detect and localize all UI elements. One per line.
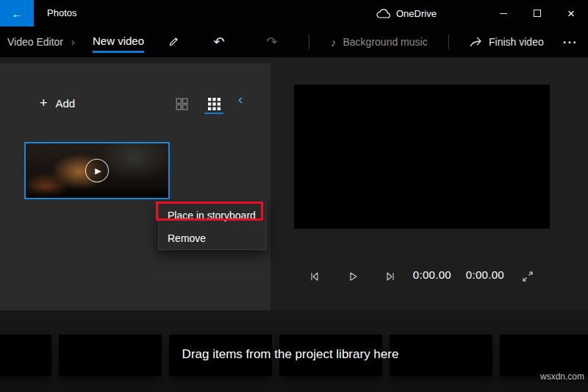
maximize-button[interactable] xyxy=(520,0,554,26)
play-overlay-button[interactable]: ▶ xyxy=(85,159,109,182)
ellipsis-icon: ⋯ xyxy=(562,33,577,51)
small-grid-icon xyxy=(208,98,220,110)
minimize-icon xyxy=(500,13,507,14)
video-clip-thumbnail[interactable]: ▶ xyxy=(24,142,170,199)
play-button[interactable] xyxy=(347,271,359,282)
player-controls: 0:00.00 0:00.00 xyxy=(294,266,559,287)
play-icon xyxy=(348,271,358,282)
next-frame-button[interactable] xyxy=(384,271,396,282)
music-note-icon: ♪ xyxy=(331,36,337,49)
onedrive-label: OneDrive xyxy=(396,8,437,19)
pencil-icon xyxy=(168,36,179,48)
onedrive-button[interactable]: OneDrive xyxy=(376,0,437,26)
project-library-panel: + Add xyxy=(0,63,270,310)
project-title-underline xyxy=(93,51,144,53)
close-button[interactable]: × xyxy=(554,0,588,26)
video-preview-screen xyxy=(294,85,550,229)
redo-button[interactable]: ↷ xyxy=(262,26,282,57)
chevron-right-icon: › xyxy=(71,26,75,57)
finish-video-button[interactable]: Finish video xyxy=(469,26,544,57)
storyboard-hint-text: Drag items from the project library here xyxy=(0,345,581,364)
add-button[interactable]: + Add xyxy=(40,94,75,112)
close-icon: × xyxy=(567,7,575,20)
menu-item-remove[interactable]: Remove xyxy=(159,227,266,249)
app-title: Photos xyxy=(47,0,76,26)
toolbar-divider xyxy=(309,35,309,49)
menu-item-place-in-storyboard[interactable]: Place in storyboard xyxy=(159,204,266,227)
plus-icon: + xyxy=(40,96,48,110)
selected-view-underline xyxy=(204,113,223,114)
collapse-chevron-icon: ‹ xyxy=(238,91,243,107)
onedrive-cloud-icon xyxy=(376,9,390,18)
fullscreen-button[interactable] xyxy=(522,271,534,282)
breadcrumb-video-editor[interactable]: Video Editor xyxy=(7,26,63,57)
undo-button[interactable]: ↶ xyxy=(209,26,229,57)
small-grid-view-button[interactable] xyxy=(207,97,220,110)
back-button[interactable]: ← xyxy=(0,0,34,26)
collapse-panel-button[interactable]: ‹ xyxy=(238,91,243,108)
finish-video-label: Finish video xyxy=(489,36,544,48)
main-content: + Add xyxy=(0,57,588,310)
context-menu: Place in storyboard Remove xyxy=(158,203,267,250)
previous-frame-icon xyxy=(309,271,320,282)
expand-icon xyxy=(523,271,533,282)
more-options-button[interactable]: ⋯ xyxy=(559,26,581,57)
storyboard-drop-area[interactable]: Drag items from the project library here xyxy=(0,310,588,392)
large-grid-view-button[interactable] xyxy=(175,97,188,110)
add-label: Add xyxy=(56,97,76,110)
background-music-label: Background music xyxy=(343,36,428,48)
previous-frame-button[interactable] xyxy=(309,271,320,282)
redo-icon: ↷ xyxy=(266,34,277,50)
background-music-button[interactable]: ♪ Background music xyxy=(331,26,428,57)
editor-toolbar: Video Editor › New video ↶ ↷ ♪ Backgroun… xyxy=(0,26,588,57)
watermark: wsxdn.com xyxy=(540,371,584,382)
total-time: 0:00.00 xyxy=(459,268,504,281)
export-share-icon xyxy=(469,36,482,48)
play-icon: ▶ xyxy=(93,167,101,175)
maximize-icon xyxy=(534,10,541,17)
large-grid-icon xyxy=(176,98,188,110)
rename-pencil-button[interactable] xyxy=(163,26,184,57)
elapsed-time: 0:00.00 xyxy=(406,268,451,281)
titlebar: ← Photos OneDrive × xyxy=(0,0,588,26)
window-controls: × xyxy=(487,0,588,26)
next-frame-icon xyxy=(385,271,395,282)
minimize-button[interactable] xyxy=(487,0,520,26)
photos-app-window: ← Photos OneDrive × Video Editor › xyxy=(0,0,588,392)
back-arrow-icon: ← xyxy=(12,7,23,20)
toolbar-divider xyxy=(448,35,449,49)
undo-icon: ↶ xyxy=(213,34,224,50)
